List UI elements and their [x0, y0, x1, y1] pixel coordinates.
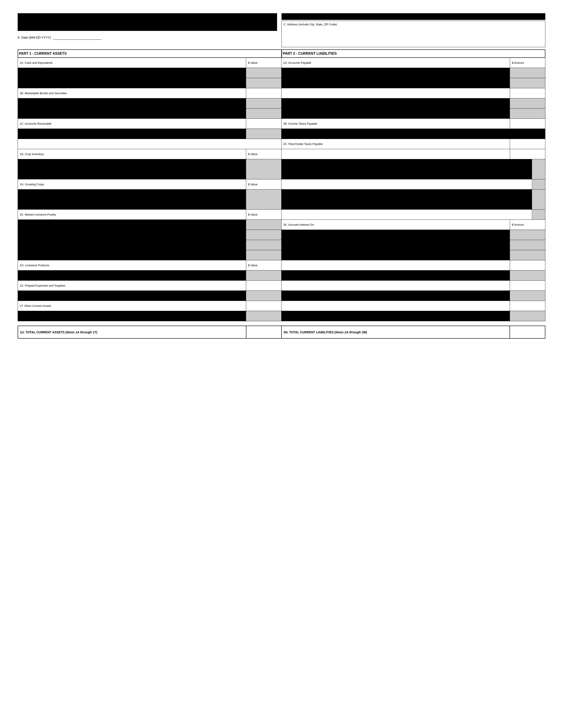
black-right-space-1	[282, 68, 510, 78]
row-black-8	[18, 240, 545, 250]
value-2a[interactable]: $ Amount	[510, 58, 545, 68]
row-black-3	[18, 98, 545, 109]
black-value-right-7[interactable]	[510, 230, 545, 240]
black-value-right-3[interactable]	[510, 98, 545, 108]
total-left: 1U. TOTAL CURRENT ASSETS (Items 1A throu…	[18, 326, 282, 339]
row-2c: 2C. Real Estate Taxes Payable	[18, 139, 545, 149]
black-value-right-9[interactable]	[510, 250, 545, 260]
black-left-space-7	[18, 230, 246, 240]
black-right-space-8	[282, 240, 510, 250]
top-right: C. Address (Include City, State, ZIP Cod…	[282, 13, 545, 47]
empty-1d-right	[282, 149, 510, 159]
black-value-right-6[interactable]	[532, 190, 545, 209]
address-label: C. Address (Include City, State, ZIP Cod…	[284, 23, 543, 26]
black-left-space-11	[18, 291, 246, 301]
black-big-value-right[interactable]	[532, 159, 545, 179]
black-right-space-12	[282, 311, 510, 321]
total-2n-label: 2N. TOTAL CURRENT LIABILITIES (Items 2A …	[282, 326, 510, 338]
value-1b[interactable]	[246, 88, 281, 98]
black-value-left-9[interactable]	[246, 250, 281, 260]
empty-1s-value	[510, 281, 545, 291]
value-2c[interactable]	[510, 139, 545, 149]
black-value-left-2[interactable]	[246, 78, 281, 88]
value-1a[interactable]: $ Value	[246, 58, 281, 68]
label-1d: 1D. Crop Inventory	[18, 149, 246, 159]
left-1s: 1S. Prepaid Expenses and Supplies	[18, 281, 282, 291]
right-2k: 2K. Accrued Interest On: $ Amount	[282, 220, 545, 230]
black-left-6	[18, 190, 282, 209]
black-left-7	[18, 230, 282, 240]
right-1d	[282, 149, 545, 159]
black-value-right-8[interactable]	[510, 240, 545, 250]
black-left-space-5	[18, 129, 246, 139]
black-left-space-2	[18, 78, 246, 88]
black-value-left-10[interactable]	[246, 270, 281, 280]
black-value-right-2[interactable]	[510, 78, 545, 88]
black-value-left-7[interactable]	[246, 230, 281, 240]
black-left-space-6	[18, 190, 246, 209]
total-1u-value[interactable]	[246, 326, 281, 338]
black-left-2	[18, 78, 282, 88]
value-1h[interactable]: $ Value	[246, 179, 281, 189]
black-value-left-12[interactable]	[246, 311, 281, 321]
black-right-7	[282, 230, 545, 240]
black-value-right-10[interactable]	[510, 270, 545, 280]
black-big-value-left[interactable]	[246, 159, 281, 179]
black-value-left-4[interactable]	[246, 109, 281, 118]
black-value-left-6[interactable]	[246, 190, 281, 209]
left-1c: 1C. Accounts Receivable	[18, 119, 282, 129]
row-black-10	[18, 270, 545, 281]
black-value-left-5[interactable]	[246, 129, 281, 139]
empty-left-2c	[18, 139, 282, 149]
black-value-right-12[interactable]	[510, 311, 545, 321]
row-1s: 1S. Prepaid Expenses and Supplies	[18, 281, 545, 291]
totals-wrapper: 1U. TOTAL CURRENT ASSETS (Items 1A throu…	[18, 326, 545, 339]
total-2n-value[interactable]	[510, 326, 545, 338]
black-value-left-2k[interactable]	[246, 220, 281, 230]
black-value-left-3[interactable]	[246, 98, 281, 108]
value-1k[interactable]: $ Value	[246, 210, 281, 220]
right-2c: 2C. Real Estate Taxes Payable	[282, 139, 545, 149]
value-right-1k[interactable]	[532, 210, 545, 220]
black-right-5	[282, 129, 545, 139]
black-value-right-1[interactable]	[510, 68, 545, 78]
row-black-6	[18, 190, 545, 210]
left-1t: 1T. Other Current Assets	[18, 301, 282, 311]
value-1d[interactable]: $ Value	[246, 149, 281, 159]
black-right-4	[282, 109, 545, 118]
value-2b[interactable]	[510, 119, 545, 129]
row-1t: 1T. Other Current Assets	[18, 301, 545, 311]
value-1s[interactable]	[246, 281, 281, 291]
label-1t: 1T. Other Current Assets	[18, 301, 246, 311]
empty-1b-value	[510, 88, 545, 98]
right-2a: 2A. Accounts Payable $ Amount	[282, 58, 545, 68]
value-2k[interactable]: $ Amount	[510, 220, 545, 230]
black-left-9	[18, 250, 282, 260]
black-value-left-8[interactable]	[246, 240, 281, 250]
label-1s: 1S. Prepaid Expenses and Supplies	[18, 281, 246, 291]
black-right-space-6	[282, 190, 532, 209]
address-content[interactable]	[284, 27, 543, 42]
row-black-9	[18, 250, 545, 260]
black-left-1	[18, 68, 282, 78]
black-left-5	[18, 129, 282, 139]
row-black-7	[18, 230, 545, 240]
black-left-space-12	[18, 311, 246, 321]
black-value-left-11[interactable]	[246, 291, 281, 301]
value-1c[interactable]	[246, 119, 281, 129]
value-1o[interactable]: $ Value	[246, 260, 281, 270]
right-2b: 2B. Income Taxes Payable	[282, 119, 545, 129]
value-1t[interactable]	[246, 301, 281, 311]
black-value-right-11[interactable]	[510, 291, 545, 301]
black-value-right-4[interactable]	[510, 109, 545, 118]
left-1a: 1A. Cash and Equivalents $ Value	[18, 58, 282, 68]
label-2k: 2K. Accrued Interest On:	[282, 220, 510, 230]
date-input-line[interactable]	[53, 35, 102, 40]
black-right-space-9	[282, 250, 510, 260]
black-right-12	[282, 311, 545, 321]
value-right-1h[interactable]	[532, 179, 545, 189]
top-left: E. Date (MM-DD-YYYY)	[18, 13, 282, 47]
black-value-left-1[interactable]	[246, 68, 281, 78]
black-left-8	[18, 240, 282, 250]
black-left-10	[18, 270, 282, 280]
